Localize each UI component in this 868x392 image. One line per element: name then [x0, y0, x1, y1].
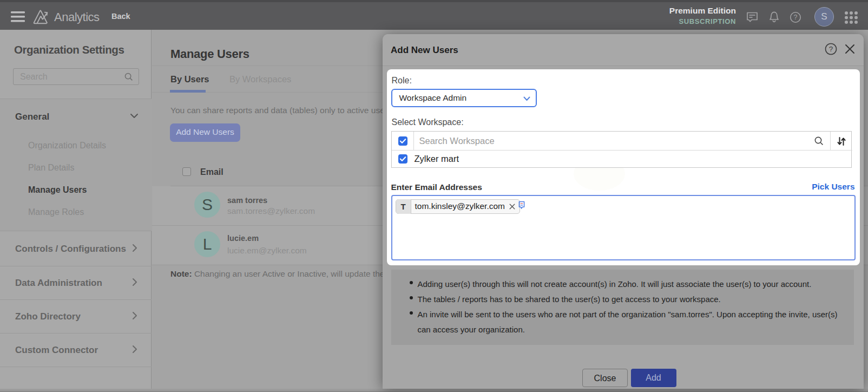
- svg-text:?: ?: [829, 45, 833, 53]
- svg-text:?: ?: [794, 14, 798, 21]
